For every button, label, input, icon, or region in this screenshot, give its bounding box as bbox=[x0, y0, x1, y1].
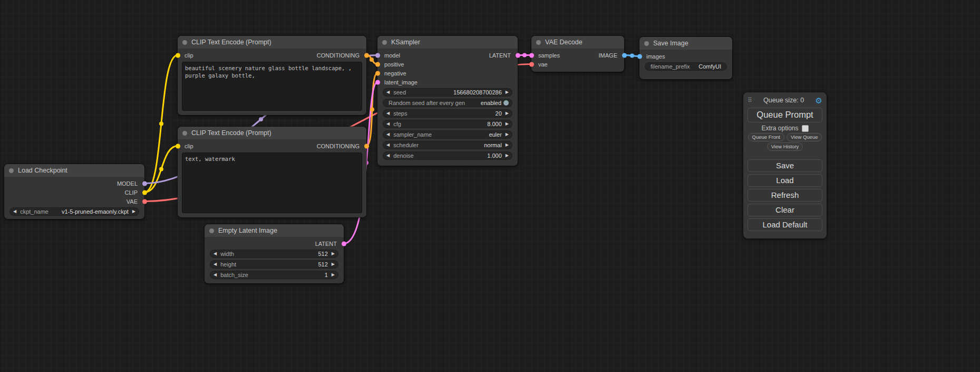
widget-scheduler[interactable]: ◀ scheduler normal ▶ bbox=[383, 141, 512, 149]
save-button[interactable]: Save bbox=[748, 159, 822, 172]
widget-filename-prefix[interactable]: filename_prefix ComfyUI bbox=[645, 62, 727, 71]
input-slot-clip[interactable] bbox=[176, 53, 180, 58]
decrement-arrow-icon[interactable]: ◀ bbox=[386, 154, 390, 158]
output-slot-image[interactable] bbox=[622, 53, 627, 58]
collapse-dot-icon[interactable] bbox=[644, 41, 649, 46]
toggle-knob-icon[interactable] bbox=[503, 100, 509, 106]
input-label-vae: vae bbox=[538, 61, 548, 68]
collapse-dot-icon[interactable] bbox=[536, 40, 541, 45]
collapse-dot-icon[interactable] bbox=[182, 40, 187, 45]
refresh-button[interactable]: Refresh bbox=[748, 189, 822, 202]
node-title-bar[interactable]: VAE Decode bbox=[531, 36, 624, 49]
output-slot-vae[interactable] bbox=[142, 199, 147, 204]
load-button[interactable]: Load bbox=[748, 174, 822, 187]
node-canvas[interactable]: { "colors": { "model": "#B39DDB", "clip"… bbox=[0, 0, 980, 372]
widget-width[interactable]: ◀ width 512 ▶ bbox=[210, 250, 338, 258]
view-history-button[interactable]: View History bbox=[767, 142, 803, 151]
decrement-arrow-icon[interactable]: ◀ bbox=[214, 252, 217, 256]
collapse-dot-icon[interactable] bbox=[182, 131, 187, 136]
link-midpoint-dot[interactable] bbox=[259, 117, 263, 121]
decrement-arrow-icon[interactable]: ◀ bbox=[13, 209, 16, 214]
increment-arrow-icon[interactable]: ▶ bbox=[506, 90, 509, 94]
output-slot-latent[interactable] bbox=[516, 53, 520, 58]
widget-ckpt-name[interactable]: ◀ ckpt_name v1-5-pruned-emaonly.ckpt ▶ bbox=[9, 207, 139, 216]
widget-random-seed-toggle[interactable]: Random seed after every gen enabled bbox=[383, 99, 512, 107]
output-label-conditioning: CONDITIONING bbox=[317, 52, 360, 59]
node-clip-text-encode-positive[interactable]: CLIP Text Encode (Prompt) clip CONDITION… bbox=[178, 36, 366, 115]
widget-sampler-name[interactable]: ◀ sampler_name euler ▶ bbox=[383, 130, 512, 139]
widget-denoise[interactable]: ◀ denoise 1.000 ▶ bbox=[383, 151, 512, 160]
prompt-textarea[interactable]: beautiful scenery nature glass bottle la… bbox=[182, 62, 362, 111]
input-slot-images[interactable] bbox=[637, 54, 642, 59]
node-save-image[interactable]: Save Image images filename_prefix ComfyU… bbox=[639, 37, 732, 79]
increment-arrow-icon[interactable]: ▶ bbox=[332, 273, 335, 277]
link-midpoint-dot[interactable] bbox=[159, 167, 163, 171]
output-slot-latent[interactable] bbox=[342, 241, 346, 246]
widget-value: 1 bbox=[325, 272, 328, 278]
collapse-dot-icon[interactable] bbox=[9, 168, 14, 173]
node-title-bar[interactable]: Load Checkpoint bbox=[4, 164, 144, 177]
node-title-bar[interactable]: KSampler bbox=[377, 36, 518, 49]
collapse-dot-icon[interactable] bbox=[382, 40, 387, 45]
link-midpoint-dot[interactable] bbox=[159, 122, 163, 126]
prompt-textarea[interactable]: text, watermark bbox=[182, 152, 362, 213]
widget-steps[interactable]: ◀ steps 20 ▶ bbox=[383, 109, 512, 118]
wire-clip-to-positive[interactable] bbox=[144, 55, 178, 193]
output-slot-conditioning[interactable] bbox=[364, 53, 369, 58]
wire-clip-to-negative[interactable] bbox=[144, 146, 178, 193]
extra-options-checkbox[interactable] bbox=[802, 125, 809, 132]
link-midpoint-dot[interactable] bbox=[370, 58, 374, 62]
drag-handle-icon[interactable]: ⠿ bbox=[748, 97, 752, 104]
load-default-button[interactable]: Load Default bbox=[748, 218, 822, 231]
node-load-checkpoint[interactable]: Load Checkpoint MODEL CLIP VAE ◀ ckpt_na… bbox=[4, 164, 144, 219]
widget-batch-size[interactable]: ◀ batch_size 1 ▶ bbox=[210, 271, 338, 279]
input-slot-clip[interactable] bbox=[176, 144, 180, 148]
widget-label: seed bbox=[393, 89, 406, 96]
decrement-arrow-icon[interactable]: ◀ bbox=[386, 132, 390, 137]
input-slot-positive[interactable] bbox=[375, 62, 380, 66]
increment-arrow-icon[interactable]: ▶ bbox=[132, 209, 135, 214]
queue-prompt-button[interactable]: Queue Prompt bbox=[748, 108, 822, 122]
output-slot-conditioning[interactable] bbox=[364, 144, 369, 148]
decrement-arrow-icon[interactable]: ◀ bbox=[214, 262, 217, 266]
decrement-arrow-icon[interactable]: ◀ bbox=[386, 111, 390, 116]
input-slot-samples[interactable] bbox=[529, 53, 534, 58]
increment-arrow-icon[interactable]: ▶ bbox=[506, 143, 509, 147]
settings-gear-icon[interactable]: ⚙ bbox=[816, 97, 822, 104]
input-slot-latent-image[interactable] bbox=[375, 80, 380, 84]
queue-front-button[interactable]: Queue Front bbox=[748, 133, 784, 141]
increment-arrow-icon[interactable]: ▶ bbox=[506, 122, 509, 126]
node-vae-decode[interactable]: VAE Decode samples IMAGE vae bbox=[531, 36, 624, 72]
link-midpoint-dot[interactable] bbox=[630, 54, 634, 58]
decrement-arrow-icon[interactable]: ◀ bbox=[386, 122, 390, 126]
collapse-dot-icon[interactable] bbox=[209, 228, 214, 233]
decrement-arrow-icon[interactable]: ◀ bbox=[386, 90, 390, 94]
decrement-arrow-icon[interactable]: ◀ bbox=[214, 273, 217, 277]
input-slot-model[interactable] bbox=[375, 53, 380, 58]
link-midpoint-dot[interactable] bbox=[370, 108, 374, 112]
node-title-bar[interactable]: CLIP Text Encode (Prompt) bbox=[178, 127, 366, 139]
decrement-arrow-icon[interactable]: ◀ bbox=[386, 143, 390, 147]
widget-value: ComfyUI bbox=[698, 63, 721, 70]
input-slot-negative[interactable] bbox=[375, 71, 380, 75]
output-slot-model[interactable] bbox=[142, 181, 147, 186]
node-title-bar[interactable]: Save Image bbox=[639, 37, 732, 50]
increment-arrow-icon[interactable]: ▶ bbox=[506, 132, 509, 137]
node-empty-latent-image[interactable]: Empty Latent Image LATENT ◀ width 512 ▶ … bbox=[205, 224, 344, 283]
node-ksampler[interactable]: KSampler model LATENT positive negative … bbox=[377, 36, 518, 166]
increment-arrow-icon[interactable]: ▶ bbox=[506, 154, 509, 158]
view-queue-button[interactable]: View Queue bbox=[787, 133, 822, 141]
node-title-bar[interactable]: CLIP Text Encode (Prompt) bbox=[178, 36, 366, 49]
input-slot-vae[interactable] bbox=[529, 62, 534, 66]
increment-arrow-icon[interactable]: ▶ bbox=[332, 262, 335, 266]
widget-height[interactable]: ◀ height 512 ▶ bbox=[210, 260, 338, 269]
widget-seed[interactable]: ◀ seed 156680208700286 ▶ bbox=[383, 88, 512, 97]
clear-button[interactable]: Clear bbox=[748, 204, 822, 216]
increment-arrow-icon[interactable]: ▶ bbox=[332, 252, 335, 256]
node-clip-text-encode-negative[interactable]: CLIP Text Encode (Prompt) clip CONDITION… bbox=[178, 127, 366, 217]
widget-cfg[interactable]: ◀ cfg 8.000 ▶ bbox=[383, 120, 512, 128]
link-midpoint-dot[interactable] bbox=[522, 53, 527, 58]
output-slot-clip[interactable] bbox=[142, 190, 147, 195]
increment-arrow-icon[interactable]: ▶ bbox=[506, 111, 509, 116]
node-title-bar[interactable]: Empty Latent Image bbox=[205, 224, 344, 237]
